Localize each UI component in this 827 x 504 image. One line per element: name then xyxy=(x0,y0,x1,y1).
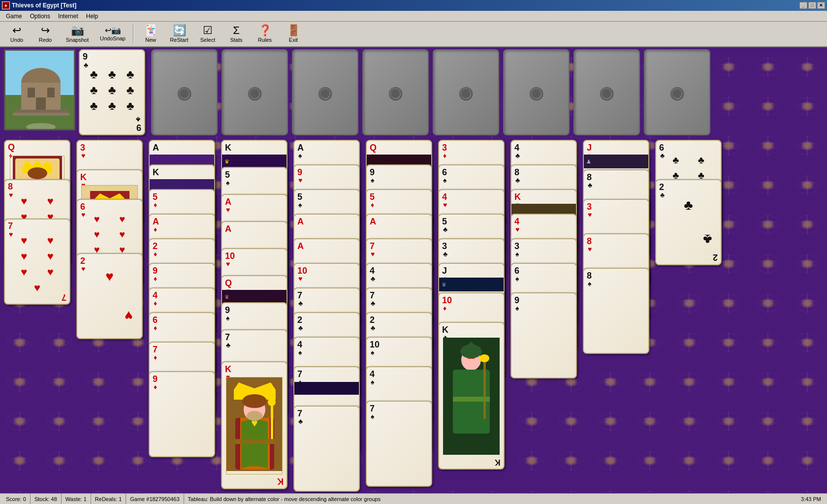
menu-help[interactable]: Help xyxy=(82,11,102,21)
restart-button[interactable]: 🔄 ReStart xyxy=(165,22,193,46)
col3-card10[interactable]: 9 ♦ xyxy=(149,371,215,457)
select-icon: ☑ xyxy=(203,25,213,36)
stats-button[interactable]: Σ Stats xyxy=(223,22,250,46)
stats-label: Stats xyxy=(230,37,242,43)
statusbar: Score: 0 Stock: 48 Waste: 1 ReDeals: 1 G… xyxy=(0,493,827,504)
clock-display: 3:43 PM xyxy=(801,496,825,502)
game-area[interactable]: 9 ♣ ♣♣♣ ♣♣♣ ♣♣♣ 9 ♣ ◉ ◉ ◉ ◉ ◉ ◉ ◉ ◉ Q ♦ xyxy=(0,47,827,493)
undo-button[interactable]: ↩ Undo xyxy=(3,22,31,46)
stock-pips: ♣♣♣ ♣♣♣ ♣♣♣ xyxy=(80,50,144,130)
foundation-7[interactable]: ◉ xyxy=(573,49,640,135)
undo-label: Undo xyxy=(10,37,23,43)
rules-icon: ❓ xyxy=(258,25,272,36)
snapshot-icon: 📷 xyxy=(71,25,84,36)
titlebar-left: ♠ Thieves of Egypt [Test] xyxy=(2,1,76,9)
stock-suit-top: ♣ xyxy=(84,61,88,69)
col10-card2[interactable]: 2 ♣ ♣ ♣ 2 xyxy=(655,179,722,265)
menu-game[interactable]: Game xyxy=(2,11,26,21)
card-rank: Q xyxy=(8,143,15,152)
svg-text:♥: ♥ xyxy=(251,417,257,429)
card-rank-bottom: 7 xyxy=(62,293,66,302)
redo-label: Redo xyxy=(39,37,52,43)
toolbar: ↩ Undo ↪ Redo 📷 Snapshot ↩📷 UndoSnap 🃏 N… xyxy=(0,22,827,47)
window-title: Thieves of Egypt [Test] xyxy=(12,2,76,9)
menu-internet[interactable]: Internet xyxy=(54,11,82,21)
redo-button[interactable]: ↪ Redo xyxy=(32,22,59,46)
score-display: Score: 0 xyxy=(2,494,31,504)
toolbar-separator xyxy=(133,24,134,44)
close-button[interactable]: ✕ xyxy=(817,2,825,9)
card-pip-bottom: ♥ xyxy=(125,308,133,323)
svg-rect-4 xyxy=(28,88,35,97)
card-suit: ♥ xyxy=(9,191,13,199)
card-rank: 7 xyxy=(8,221,13,230)
card-suit: ♥ xyxy=(9,230,13,238)
undo-icon: ↩ xyxy=(12,25,21,36)
minimize-button[interactable]: _ xyxy=(799,2,807,9)
foundation-4[interactable]: ◉ xyxy=(362,49,429,135)
svg-point-28 xyxy=(242,394,267,408)
foundation-5[interactable]: ◉ xyxy=(433,49,499,135)
rules-label: Rules xyxy=(258,37,272,43)
card-suit: ♥ xyxy=(81,265,85,273)
foundation-2[interactable]: ◉ xyxy=(222,49,288,135)
exit-label: Exit xyxy=(289,37,298,43)
new-icon: 🃏 xyxy=(144,25,158,36)
foundation-1[interactable]: ◉ xyxy=(151,49,218,135)
waste-display: Waste: 1 xyxy=(62,494,91,504)
maximize-button[interactable]: □ xyxy=(808,2,816,9)
new-label: New xyxy=(145,37,156,43)
rules-button[interactable]: ❓ Rules xyxy=(251,22,279,46)
foundation-8[interactable]: ◉ xyxy=(644,49,710,135)
svg-point-15 xyxy=(28,167,47,179)
undosnap-icon: ↩📷 xyxy=(105,27,121,34)
game-number-display: Game #1827950463 xyxy=(126,494,184,504)
svg-point-42 xyxy=(479,354,489,362)
col8-card7[interactable]: 9 ♠ xyxy=(510,292,577,378)
foundations: ◉ ◉ ◉ ◉ ◉ ◉ ◉ ◉ xyxy=(151,49,710,135)
col7-card8[interactable]: K ♣ xyxy=(438,322,505,470)
stock-pile[interactable]: 9 ♣ ♣♣♣ ♣♣♣ ♣♣♣ 9 ♣ xyxy=(79,49,145,135)
select-button[interactable]: ☑ Select xyxy=(194,22,222,46)
svg-rect-31 xyxy=(271,402,273,441)
svg-rect-43 xyxy=(453,397,490,402)
foundation-3[interactable]: ◉ xyxy=(292,49,358,135)
card-pip-top: ♥ xyxy=(105,269,114,284)
exit-icon: 🚪 xyxy=(287,25,300,36)
svg-rect-33 xyxy=(235,439,274,444)
restart-icon: 🔄 xyxy=(173,25,186,36)
undosnap-button[interactable]: ↩📷 UndoSnap xyxy=(95,22,130,46)
restart-label: ReStart xyxy=(170,37,188,43)
stock-rank-top: 9 xyxy=(83,52,88,61)
stock-rank-bottom: 9 xyxy=(136,122,141,132)
tableau-col2-card4[interactable]: 2 ♥ ♥ ♥ xyxy=(76,253,143,339)
svg-rect-5 xyxy=(47,88,55,97)
menubar: Game Options Internet Help xyxy=(0,11,827,22)
redo-icon: ↪ xyxy=(41,25,50,36)
app-icon: ♠ xyxy=(2,1,10,9)
snapshot-button[interactable]: 📷 Snapshot xyxy=(60,22,95,46)
stock-display: Stock: 48 xyxy=(31,494,62,504)
select-label: Select xyxy=(200,37,216,43)
titlebar-controls[interactable]: _ □ ✕ xyxy=(799,2,825,9)
col4-card9[interactable]: K ♥ xyxy=(221,361,287,489)
card-pips: ♥♥ ♥♥ ♥♥ ♥ xyxy=(5,220,69,305)
stock-suit-bottom: ♣ xyxy=(136,116,140,124)
undosnap-label: UndoSnap xyxy=(100,35,126,41)
foundation-6[interactable]: ◉ xyxy=(503,49,570,135)
card-rank: 8 xyxy=(8,182,13,191)
svg-rect-41 xyxy=(483,360,486,419)
svg-rect-8 xyxy=(13,113,69,116)
tableau-col1-card3[interactable]: 7 ♥ ♥♥ ♥♥ ♥♥ ♥ 7 xyxy=(4,219,70,305)
card-suit: ♥ xyxy=(81,152,85,159)
card-suit: ♥ xyxy=(81,211,85,219)
titlebar: ♠ Thieves of Egypt [Test] _ □ ✕ xyxy=(0,0,827,11)
tableau-info: Tableau: Build down by alternate color -… xyxy=(184,494,801,504)
col6-card11[interactable]: 7 ♠ xyxy=(366,401,432,487)
col9-card5[interactable]: 8 ♠ xyxy=(583,268,649,354)
menu-options[interactable]: Options xyxy=(26,11,54,21)
new-button[interactable]: 🃏 New xyxy=(137,22,164,46)
svg-point-32 xyxy=(268,398,276,406)
col5-card11[interactable]: 7 ♣ xyxy=(293,406,360,492)
exit-button[interactable]: 🚪 Exit xyxy=(280,22,307,46)
